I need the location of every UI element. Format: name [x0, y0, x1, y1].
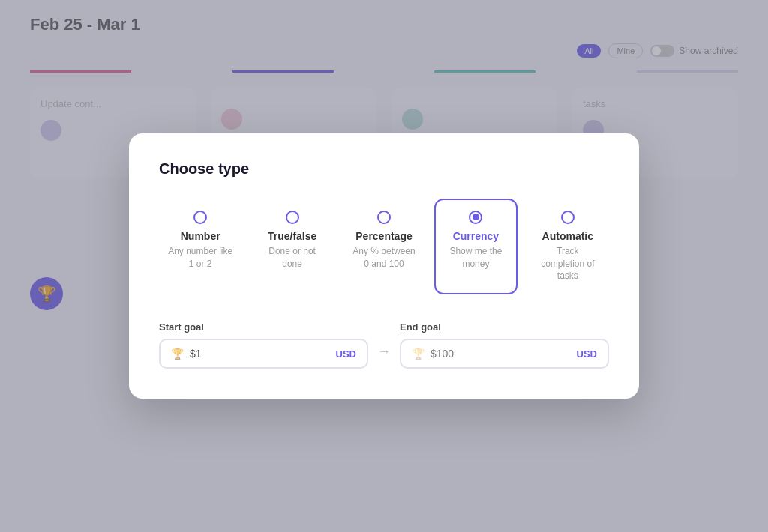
radio-automatic — [561, 211, 574, 224]
type-options-container: Number Any number like 1 or 2 True/false… — [159, 199, 609, 294]
end-goal-input-wrapper[interactable]: 🏆 USD — [400, 339, 609, 369]
radio-number — [194, 211, 207, 224]
start-goal-label: Start goal — [159, 321, 368, 333]
start-goal-currency: USD — [336, 348, 356, 360]
start-goal-input-wrapper[interactable]: 🏆 USD — [159, 339, 368, 369]
type-label-true-false: True/false — [268, 230, 316, 242]
radio-true-false — [286, 211, 299, 224]
arrow-right-icon: → — [377, 344, 391, 360]
type-label-number: Number — [181, 230, 220, 242]
type-option-number[interactable]: Number Any number like 1 or 2 — [159, 199, 242, 294]
type-option-percentage[interactable]: Percentage Any % between 0 and 100 — [343, 199, 425, 294]
end-goal-input[interactable] — [430, 348, 571, 360]
type-option-true-false[interactable]: True/false Done or not done — [250, 199, 333, 294]
start-goal-input[interactable] — [190, 348, 330, 360]
end-goal-trophy-icon: 🏆 — [412, 348, 424, 360]
type-option-automatic[interactable]: Automatic Track completion of tasks — [526, 199, 609, 294]
type-desc-percentage: Any % between 0 and 100 — [352, 245, 416, 270]
type-label-currency: Currency — [453, 230, 499, 242]
type-label-percentage: Percentage — [356, 230, 412, 242]
end-goal-currency: USD — [577, 348, 597, 360]
modal-title: Choose type — [159, 160, 609, 178]
start-goal-field: Start goal 🏆 USD — [159, 321, 368, 369]
modal-overlay: Choose type Number Any number like 1 or … — [0, 0, 768, 532]
end-goal-label: End goal — [400, 321, 609, 333]
choose-type-modal: Choose type Number Any number like 1 or … — [129, 133, 639, 399]
type-desc-currency: Show me the money — [443, 245, 508, 270]
type-label-automatic: Automatic — [542, 230, 593, 242]
type-desc-number: Any number like 1 or 2 — [168, 245, 232, 270]
radio-percentage — [377, 211, 391, 224]
type-desc-true-false: Done or not done — [260, 245, 324, 270]
end-goal-field: End goal 🏆 USD — [400, 321, 609, 369]
goal-row: Start goal 🏆 USD → End goal 🏆 USD — [159, 321, 609, 369]
radio-currency — [469, 211, 482, 224]
start-goal-trophy-icon: 🏆 — [171, 348, 184, 360]
type-option-currency[interactable]: Currency Show me the money — [434, 199, 517, 294]
type-desc-automatic: Track completion of tasks — [536, 245, 600, 282]
